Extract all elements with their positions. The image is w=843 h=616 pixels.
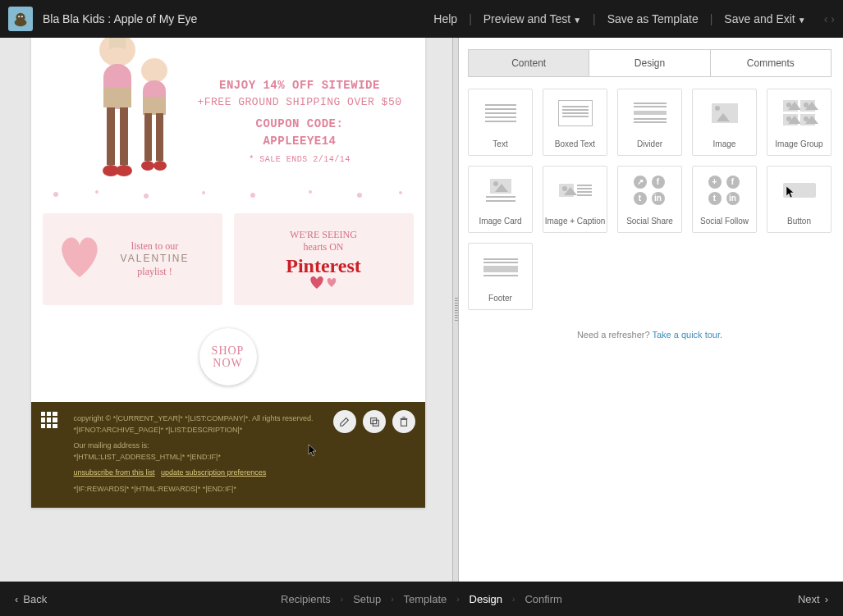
back-button[interactable]: ‹Back [15, 593, 47, 605]
pane-resize-handle[interactable] [452, 38, 459, 582]
unsubscribe-link[interactable]: unsubscribe from this list [74, 468, 155, 477]
svg-rect-12 [144, 113, 152, 161]
chevron-left-icon: ‹ [824, 12, 828, 25]
promo-text: ENJOY 14% OFF SITEWIDE +FREE GROUND SHIP… [197, 77, 401, 166]
chevron-right-icon: › [825, 593, 828, 605]
edit-block-button[interactable] [333, 410, 356, 433]
valentine-playlist-card[interactable]: listen to our VALENTINE playlist ! [43, 213, 222, 305]
delete-block-button[interactable] [392, 410, 415, 433]
block-text[interactable]: Text [468, 89, 533, 156]
campaign-steps: Recipients› Setup› Template› Design› Con… [281, 593, 562, 605]
help-link[interactable]: Help [428, 9, 462, 29]
svg-point-17 [153, 161, 167, 171]
svg-point-24 [357, 193, 362, 198]
svg-rect-10 [107, 107, 115, 165]
step-template[interactable]: Template [403, 593, 447, 605]
dots-decoration [31, 187, 425, 202]
svg-point-1 [15, 19, 27, 26]
block-social-follow[interactable]: +ftinSocial Follow [692, 166, 757, 233]
step-confirm[interactable]: Confirm [525, 593, 562, 605]
step-setup[interactable]: Setup [353, 593, 381, 605]
svg-point-23 [309, 190, 312, 194]
tab-content[interactable]: Content [469, 50, 589, 76]
block-divider[interactable]: Divider [617, 89, 682, 156]
heart-icon [51, 228, 108, 285]
duplicate-block-button[interactable] [363, 410, 386, 433]
mailchimp-logo[interactable] [8, 7, 33, 31]
promo-block[interactable]: ENJOY 14% OFF SITEWIDE +FREE GROUND SHIP… [31, 38, 425, 202]
email-preview-pane: ENJOY 14% OFF SITEWIDE +FREE GROUND SHIP… [0, 38, 456, 582]
svg-point-22 [250, 193, 255, 198]
panel-tabs: Content Design Comments [468, 49, 832, 77]
svg-point-3 [21, 16, 23, 17]
email-canvas[interactable]: ENJOY 14% OFF SITEWIDE +FREE GROUND SHIP… [31, 38, 425, 508]
email-footer-block[interactable]: copyright © *|CURRENT_YEAR|* *|LIST:COMP… [31, 402, 425, 508]
block-image-group[interactable]: Image Group [767, 89, 832, 156]
svg-point-2 [18, 16, 20, 17]
svg-point-25 [399, 191, 402, 194]
topbar: Bla Bla Kids : Apple of My Eye Help | Pr… [0, 0, 843, 38]
hearts-icon [307, 274, 340, 290]
block-image-caption[interactable]: Image + Caption [543, 166, 607, 233]
campaign-title: Bla Bla Kids : Apple of My Eye [43, 12, 428, 25]
svg-point-20 [144, 194, 149, 198]
block-boxed-text[interactable]: Boxed Text [543, 89, 607, 156]
tab-design[interactable]: Design [589, 50, 709, 76]
block-image[interactable]: Image [692, 89, 757, 156]
chevron-left-icon: ‹ [15, 593, 18, 605]
preview-test-menu[interactable]: Preview and Test▼ [479, 9, 586, 29]
chevron-right-icon: › [831, 12, 835, 25]
bottombar: ‹Back Recipients› Setup› Template› Desig… [0, 582, 843, 616]
tab-comments[interactable]: Comments [710, 50, 831, 76]
pinterest-card[interactable]: WE'RE SEEING hearts ON Pinterest [234, 213, 414, 305]
block-button[interactable]: Button [767, 166, 832, 233]
svg-rect-11 [120, 107, 128, 165]
hint-text: Need a refresher? Take a quick tour. [456, 330, 843, 340]
step-design[interactable]: Design [470, 593, 502, 605]
update-prefs-link[interactable]: update subscription preferences [161, 468, 266, 477]
block-image-card[interactable]: Image Card [468, 166, 533, 233]
svg-point-18 [53, 192, 58, 197]
doll-image [64, 38, 212, 194]
svg-point-19 [95, 190, 99, 194]
drag-handle-icon[interactable] [41, 412, 57, 428]
block-footer[interactable]: Footer [468, 243, 533, 310]
shop-now-button[interactable]: SHOPNOW [199, 328, 257, 386]
svg-point-21 [202, 191, 205, 194]
svg-point-5 [141, 58, 167, 83]
svg-rect-9 [143, 97, 166, 115]
block-social-share[interactable]: ↗ftinSocial Share [617, 166, 682, 233]
content-blocks-panel: Content Design Comments Text Boxed Text … [456, 38, 843, 582]
svg-point-16 [141, 161, 154, 171]
svg-rect-27 [373, 420, 378, 426]
svg-rect-7 [103, 87, 131, 107]
next-button[interactable]: Next› [798, 593, 828, 605]
svg-rect-13 [156, 113, 163, 161]
svg-rect-28 [401, 419, 406, 426]
svg-point-15 [116, 165, 132, 176]
save-as-template-button[interactable]: Save as Template [602, 9, 703, 29]
take-tour-link[interactable]: Take a quick tour. [652, 330, 722, 340]
step-recipients[interactable]: Recipients [281, 593, 331, 605]
save-and-exit-menu[interactable]: Save and Exit▼ [719, 9, 810, 29]
svg-rect-26 [370, 418, 376, 424]
